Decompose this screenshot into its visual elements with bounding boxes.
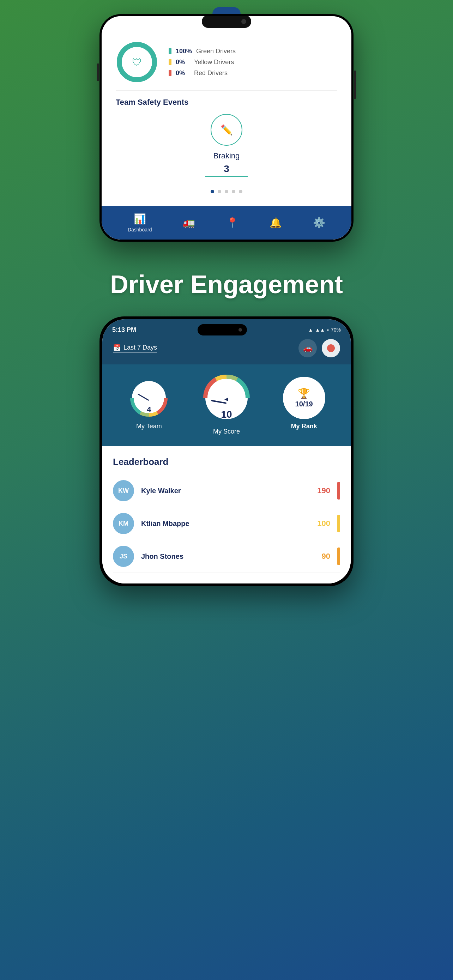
notch-camera [238, 328, 242, 332]
dot-2 [218, 190, 221, 193]
yellow-bar [168, 59, 172, 65]
score-bar-kw [337, 482, 340, 500]
player-score-js: 90 [322, 552, 330, 561]
my-score: ◀ 10 My Score [200, 371, 253, 435]
calendar-icon: 📅 [113, 344, 121, 352]
record-button[interactable] [322, 339, 340, 357]
top-action-bar: 📅 Last 7 Days 🚗 [102, 336, 351, 364]
top-phone: 🛡 100% Green Drivers 0% Yellow Drivers [100, 14, 353, 242]
location-icon: 📍 [226, 217, 238, 229]
bottom-phone-inner: 5:13 PM ▲ ▲▲ ▪ 70% 📅 Last 7 Days 🚗 [102, 319, 351, 584]
nav-fleet[interactable]: 🚛 [183, 217, 195, 229]
braking-icon-circle: ✏️ [211, 114, 242, 146]
score-bar-js [337, 547, 340, 565]
section-heading: Driver Engagement [110, 270, 343, 299]
player-score-km: 100 [317, 519, 330, 528]
my-score-value: 10 [221, 409, 232, 420]
shield-stats-row: 🛡 100% Green Drivers 0% Yellow Drivers [116, 34, 337, 90]
shield-donut: 🛡 [116, 41, 158, 83]
signal-icon: ▲▲ [315, 327, 325, 332]
driver-stats: 100% Green Drivers 0% Yellow Drivers 0% … [168, 48, 236, 77]
my-team-gauge: 4 [128, 377, 170, 419]
dot-3 [225, 190, 228, 193]
nav-dashboard[interactable]: 📊 Dashboard [128, 213, 152, 232]
scores-section: 4 My Team [102, 364, 351, 446]
event-value-wrap: 3 [116, 163, 337, 177]
leaderboard-row-3[interactable]: JS Jhon Stones 90 [113, 540, 340, 573]
top-phone-inner: 🛡 100% Green Drivers 0% Yellow Drivers [102, 16, 351, 240]
yellow-drivers-row: 0% Yellow Drivers [168, 59, 236, 66]
dot-1 [211, 190, 214, 193]
top-phone-frame: 🛡 100% Green Drivers 0% Yellow Drivers [100, 14, 353, 263]
date-filter-label: Last 7 Days [124, 344, 157, 352]
player-name-js: Jhon Stones [141, 552, 315, 560]
my-team-score: 4 My Team [128, 377, 170, 430]
score-bar-km [337, 515, 340, 532]
bottom-nav: 📊 Dashboard 🚛 📍 🔔 ⚙️ [102, 206, 351, 240]
green-drivers-row: 100% Green Drivers [168, 48, 236, 55]
dashboard-icon: 📊 [134, 213, 146, 225]
battery-pct: 70% [331, 327, 341, 332]
my-score-arrow: ◀ [224, 396, 228, 402]
notch [197, 324, 247, 336]
team-safety-title: Team Safety Events [116, 98, 337, 107]
status-bar: 5:13 PM ▲ ▲▲ ▪ 70% [102, 319, 351, 336]
date-filter[interactable]: 📅 Last 7 Days [113, 344, 157, 353]
event-name: Braking [116, 151, 337, 161]
my-rank-score: 🏆 10/19 My Rank [283, 377, 325, 430]
avatar-km: KM [113, 513, 134, 534]
red-label: Red Drivers [194, 70, 227, 77]
gear-icon: ⚙️ [313, 217, 325, 229]
yellow-pct: 0% [176, 59, 190, 66]
action-buttons: 🚗 [299, 339, 340, 357]
my-score-gauge: ◀ 10 [200, 371, 253, 425]
fleet-icon: 🚛 [183, 217, 195, 229]
power-button [354, 70, 356, 99]
my-team-value: 4 [147, 405, 151, 414]
volume-button [97, 64, 99, 81]
top-phone-status-area [102, 16, 351, 23]
pagination-dots [116, 184, 337, 199]
leaderboard-row-1[interactable]: KW Kyle Walker 190 [113, 474, 340, 507]
my-rank-circle: 🏆 10/19 [283, 377, 325, 419]
my-rank-label: My Rank [291, 423, 317, 430]
leaderboard-title: Leaderboard [113, 457, 340, 468]
team-safety-section: Team Safety Events ✏️ Braking 3 [116, 90, 337, 206]
nav-alerts[interactable]: 🔔 [270, 217, 282, 229]
player-name-kw: Kyle Walker [141, 487, 310, 495]
yellow-label: Yellow Drivers [194, 59, 234, 66]
braking-icon: ✏️ [221, 124, 233, 136]
bell-icon: 🔔 [270, 217, 282, 229]
my-rank-value: 10/19 [295, 400, 313, 408]
status-icons: ▲ ▲▲ ▪ 70% [308, 327, 341, 332]
my-score-label: My Score [213, 428, 240, 435]
top-phone-content: 🛡 100% Green Drivers 0% Yellow Drivers [102, 23, 351, 206]
battery-icon: ▪ [327, 327, 329, 332]
leaderboard-section: Leaderboard KW Kyle Walker 190 KM Ktlian… [102, 446, 351, 584]
dashboard-label: Dashboard [128, 227, 152, 232]
my-team-label: My Team [136, 423, 162, 430]
green-bar [168, 48, 172, 54]
status-time: 5:13 PM [112, 326, 136, 334]
nav-location[interactable]: 📍 [226, 217, 238, 229]
leaderboard-row-2[interactable]: KM Ktlian Mbappe 100 [113, 507, 340, 540]
shield-icon: 🛡 [132, 56, 142, 68]
red-bar [168, 70, 172, 76]
wifi-icon: ▲ [308, 327, 313, 332]
player-name-km: Ktlian Mbappe [141, 520, 310, 528]
green-label: Green Drivers [196, 48, 236, 55]
avatar-js: JS [113, 546, 134, 567]
bottom-phone: 5:13 PM ▲ ▲▲ ▪ 70% 📅 Last 7 Days 🚗 [100, 317, 353, 586]
player-score-kw: 190 [317, 486, 330, 495]
green-pct: 100% [176, 48, 192, 55]
red-pct: 0% [176, 70, 190, 77]
record-dot [327, 344, 335, 352]
dot-5 [239, 190, 242, 193]
dot-4 [232, 190, 235, 193]
red-drivers-row: 0% Red Drivers [168, 70, 236, 77]
nav-settings[interactable]: ⚙️ [313, 217, 325, 229]
avatar-kw: KW [113, 480, 134, 501]
event-value: 3 [205, 163, 248, 177]
vehicle-check-button[interactable]: 🚗 [299, 339, 317, 357]
trophy-icon: 🏆 [298, 388, 310, 399]
